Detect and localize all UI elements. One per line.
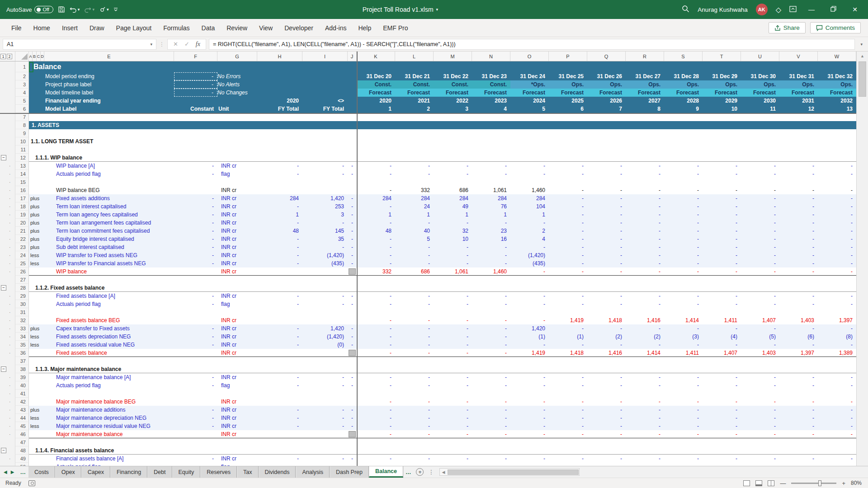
cell-E40[interactable]: Actuals period flag bbox=[44, 381, 174, 389]
column-header-H[interactable]: H bbox=[257, 52, 302, 61]
cell-J23[interactable]: - bbox=[348, 243, 357, 251]
outline-gutter-dot[interactable]: · bbox=[0, 186, 15, 194]
cell-E26[interactable]: WIP balance bbox=[44, 267, 174, 276]
cell-M39[interactable]: - bbox=[434, 373, 472, 381]
cell-Q16[interactable]: - bbox=[587, 186, 626, 194]
column-header-W[interactable]: W bbox=[818, 52, 856, 61]
cell-N30[interactable]: - bbox=[472, 300, 510, 308]
cell-T49[interactable]: - bbox=[703, 455, 741, 463]
column-header-O[interactable]: O bbox=[510, 52, 549, 61]
sheet-tab-dividends[interactable]: Dividends bbox=[259, 466, 296, 478]
row-header-11[interactable]: 11 bbox=[15, 145, 29, 154]
row-header-7[interactable]: 7 bbox=[15, 113, 29, 121]
outline-gutter-dot[interactable]: · bbox=[0, 324, 15, 333]
cell-N19[interactable]: 1 bbox=[472, 211, 510, 219]
cell-P16[interactable]: - bbox=[549, 186, 587, 194]
cell-S17[interactable]: - bbox=[664, 194, 703, 202]
cell-R36[interactable]: 1,414 bbox=[626, 349, 664, 357]
cell-G13[interactable]: INR cr bbox=[217, 162, 257, 170]
cell-U3[interactable]: Ops. bbox=[741, 80, 779, 89]
cell-W36[interactable]: 1,389 bbox=[818, 349, 856, 357]
cell-N25[interactable]: - bbox=[472, 259, 510, 267]
cell-I16[interactable] bbox=[302, 186, 348, 194]
cell-P30[interactable]: - bbox=[549, 300, 587, 308]
row-header-45[interactable]: 45 bbox=[15, 422, 29, 430]
cell-L20[interactable]: - bbox=[395, 219, 434, 227]
cell-O39[interactable]: - bbox=[510, 373, 549, 381]
cell-R46[interactable]: - bbox=[626, 430, 664, 438]
subsection-label-12[interactable]: 1.1.1. WIP balance bbox=[29, 154, 856, 162]
cell-O49[interactable]: - bbox=[510, 455, 549, 463]
cell-K19[interactable]: 1 bbox=[357, 211, 395, 219]
cell-F40[interactable]: - bbox=[174, 381, 217, 389]
cell-W21[interactable]: - bbox=[818, 227, 856, 235]
cell-F19[interactable]: - bbox=[174, 211, 217, 219]
row-header-33[interactable]: 33 bbox=[15, 324, 29, 333]
cell-N45[interactable]: - bbox=[472, 422, 510, 430]
cell-E21[interactable]: Term loan commitment fees capitalised bbox=[44, 227, 174, 235]
sheet-overflow-left[interactable]: … bbox=[18, 466, 28, 478]
cell-V49[interactable]: - bbox=[779, 455, 818, 463]
select-all-corner[interactable] bbox=[15, 52, 29, 61]
cell-W30[interactable]: - bbox=[818, 300, 856, 308]
row-header-38[interactable]: 38 bbox=[15, 365, 29, 373]
cell-K26[interactable]: 332 bbox=[357, 267, 395, 276]
cell-L33[interactable]: - bbox=[395, 324, 434, 333]
row-header-24[interactable]: 24 bbox=[15, 251, 29, 259]
cell-H24[interactable]: - bbox=[257, 251, 302, 259]
cell-J32[interactable] bbox=[348, 316, 357, 324]
cell-I22[interactable]: 35 bbox=[302, 235, 348, 243]
cell-Q43[interactable]: - bbox=[587, 406, 626, 414]
cell-O3[interactable]: *Ops. bbox=[510, 80, 549, 89]
column-header-V[interactable]: V bbox=[779, 52, 818, 61]
section-banner-8[interactable]: 1. ASSETS bbox=[29, 121, 856, 129]
cell-L2[interactable]: 31 Dec 21 bbox=[395, 72, 434, 80]
cell-Q40[interactable]: - bbox=[587, 381, 626, 389]
cell-H18[interactable]: - bbox=[257, 202, 302, 211]
sheet-title-cell[interactable]: Balance bbox=[29, 61, 856, 72]
cell-P17[interactable]: - bbox=[549, 194, 587, 202]
cell-V46[interactable]: - bbox=[779, 430, 818, 438]
cell-V17[interactable]: - bbox=[779, 194, 818, 202]
cell-V20[interactable]: - bbox=[779, 219, 818, 227]
cell-R2[interactable]: 31 Dec 27 bbox=[626, 72, 664, 80]
row-header-34[interactable]: 34 bbox=[15, 333, 29, 341]
cell-P40[interactable]: - bbox=[549, 381, 587, 389]
cell-op-14[interactable] bbox=[29, 170, 44, 178]
minimize-button[interactable]: — bbox=[805, 6, 818, 13]
cell-V21[interactable]: - bbox=[779, 227, 818, 235]
cell-S33[interactable]: - bbox=[664, 324, 703, 333]
cell-H35[interactable]: - bbox=[257, 341, 302, 349]
ribbon-tab-formulas[interactable]: Formulas bbox=[158, 21, 194, 35]
cell-L5[interactable]: 2021 bbox=[395, 97, 434, 105]
cell-F17[interactable]: - bbox=[174, 194, 217, 202]
sheet-tab-costs[interactable]: Costs bbox=[28, 466, 55, 478]
cell-R26[interactable]: - bbox=[626, 267, 664, 276]
formula-input[interactable]: = RIGHT(CELL("filename", A1), LEN(CELL("… bbox=[209, 39, 855, 50]
column-header-A[interactable]: A bbox=[29, 52, 33, 61]
cell-O2[interactable]: 31 Dec 24 bbox=[510, 72, 549, 80]
outline-gutter-dot[interactable]: · bbox=[0, 170, 15, 178]
scroll-left-icon[interactable]: ◀ bbox=[440, 470, 447, 474]
cell-L32[interactable]: - bbox=[395, 316, 434, 324]
cell-L14[interactable]: - bbox=[395, 170, 434, 178]
window-title[interactable]: Project Toll Road v1.xlsm ▾ bbox=[118, 6, 682, 13]
cell-U14[interactable]: - bbox=[741, 170, 779, 178]
cell-T4[interactable]: Forecast bbox=[703, 89, 741, 97]
row-header-48[interactable]: 48 bbox=[15, 446, 29, 455]
cell-J4[interactable] bbox=[348, 89, 357, 97]
cell-N29[interactable]: - bbox=[472, 292, 510, 300]
cell-L22[interactable]: 5 bbox=[395, 235, 434, 243]
cell-H34[interactable]: - bbox=[257, 333, 302, 341]
cell-I34[interactable]: (1,420) bbox=[302, 333, 348, 341]
cell-H21[interactable]: 48 bbox=[257, 227, 302, 235]
cell-F16[interactable] bbox=[174, 186, 217, 194]
cell-K49[interactable]: - bbox=[357, 455, 395, 463]
cell-H26[interactable] bbox=[257, 267, 302, 276]
cell-T33[interactable]: - bbox=[703, 324, 741, 333]
ribbon-tab-help[interactable]: Help bbox=[353, 21, 376, 35]
column-header-S[interactable]: S bbox=[664, 52, 703, 61]
cell-E16[interactable]: WIP balance BEG bbox=[44, 186, 174, 194]
cell-row-47[interactable] bbox=[29, 438, 856, 446]
outline-collapse-icon[interactable]: − bbox=[1, 155, 6, 160]
